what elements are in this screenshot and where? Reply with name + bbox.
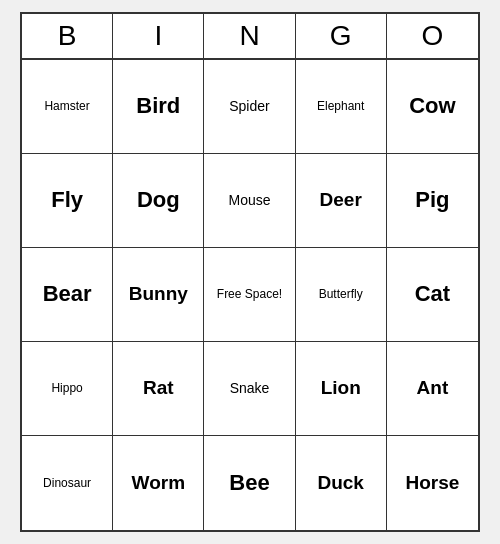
cell-text: Cow [409,93,455,119]
cell-text: Rat [143,377,174,400]
cell-text: Mouse [228,192,270,209]
bingo-cell: Pig [387,154,478,248]
bingo-cell: Butterfly [296,248,387,342]
cell-text: Bee [229,470,269,496]
bingo-cell: Horse [387,436,478,530]
bingo-cell: Snake [204,342,295,436]
cell-text: Hippo [51,381,82,395]
cell-text: Pig [415,187,449,213]
cell-text: Free Space! [217,287,282,301]
bingo-cell: Free Space! [204,248,295,342]
bingo-cell: Elephant [296,60,387,154]
header-letter: I [113,14,204,58]
header-letter: G [296,14,387,58]
bingo-cell: Cat [387,248,478,342]
bingo-header: BINGO [22,14,478,60]
bingo-cell: Deer [296,154,387,248]
cell-text: Fly [51,187,83,213]
bingo-cell: Bird [113,60,204,154]
cell-text: Snake [230,380,270,397]
bingo-cell: Fly [22,154,113,248]
bingo-card: BINGO HamsterBirdSpiderElephantCowFlyDog… [20,12,480,532]
cell-text: Dog [137,187,180,213]
cell-text: Bear [43,281,92,307]
bingo-cell: Dinosaur [22,436,113,530]
bingo-cell: Duck [296,436,387,530]
bingo-cell: Ant [387,342,478,436]
cell-text: Duck [317,472,363,495]
cell-text: Elephant [317,99,364,113]
bingo-body: HamsterBirdSpiderElephantCowFlyDogMouseD… [22,60,478,530]
cell-text: Bird [136,93,180,119]
cell-text: Hamster [44,99,89,113]
bingo-cell: Mouse [204,154,295,248]
cell-text: Lion [321,377,361,400]
bingo-cell: Rat [113,342,204,436]
bingo-cell: Bee [204,436,295,530]
header-letter: O [387,14,478,58]
cell-text: Dinosaur [43,476,91,490]
bingo-cell: Bear [22,248,113,342]
cell-text: Ant [417,377,449,400]
header-letter: B [22,14,113,58]
bingo-cell: Hippo [22,342,113,436]
bingo-cell: Lion [296,342,387,436]
cell-text: Cat [415,281,450,307]
bingo-cell: Bunny [113,248,204,342]
bingo-cell: Dog [113,154,204,248]
cell-text: Spider [229,98,269,115]
bingo-cell: Worm [113,436,204,530]
header-letter: N [204,14,295,58]
cell-text: Worm [132,472,185,495]
bingo-cell: Spider [204,60,295,154]
bingo-cell: Hamster [22,60,113,154]
cell-text: Horse [405,472,459,495]
cell-text: Bunny [129,283,188,306]
cell-text: Butterfly [319,287,363,301]
bingo-cell: Cow [387,60,478,154]
cell-text: Deer [320,189,362,212]
